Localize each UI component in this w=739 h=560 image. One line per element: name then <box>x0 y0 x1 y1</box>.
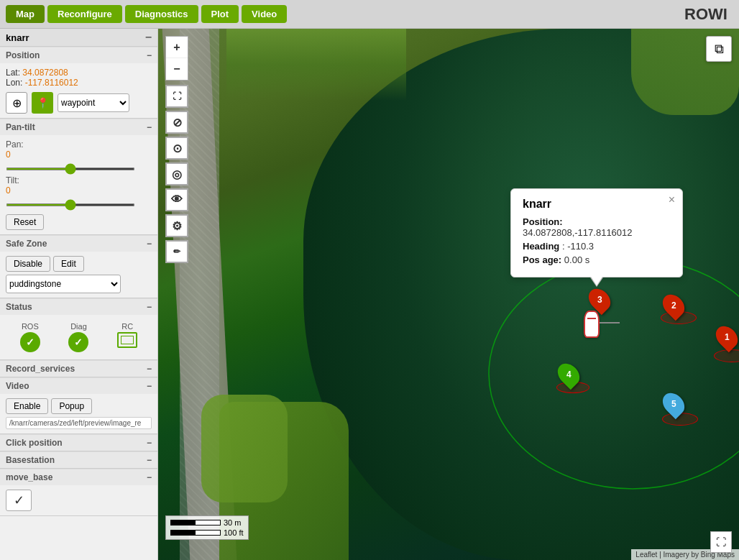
map-vegetation-top <box>226 29 406 101</box>
ros-check-icon: ✓ <box>20 332 40 352</box>
record-services-label: Record_services <box>6 364 75 374</box>
tab-reconfigure[interactable]: Reconfigure <box>47 5 122 23</box>
diag-label: Diag <box>70 322 87 331</box>
move-base-label: move_base <box>6 472 52 482</box>
lat-row: Lat: 34.0872808 <box>6 68 152 78</box>
safe-zone-header: Safe Zone − <box>0 235 157 252</box>
robot-collapse-btn[interactable]: − <box>145 32 152 43</box>
move-base-section: move_base − ✓ <box>0 469 157 516</box>
fullscreen-icon: ⛶ <box>716 536 726 548</box>
pin-button[interactable]: 📍 <box>32 92 53 114</box>
fit-bounds-btn[interactable]: ⛶ <box>166 86 188 107</box>
nav-control-container: ⊘ <box>165 111 188 134</box>
map-edit-btn[interactable]: ✏ <box>166 241 188 262</box>
basestation-collapse-btn[interactable]: − <box>147 455 152 465</box>
safe-zone-section: Safe Zone − Disable Edit puddingstone <box>0 235 157 298</box>
target-btn-container: ◎ <box>165 162 188 185</box>
move-base-collapse-btn[interactable]: − <box>147 472 152 482</box>
popup-heading-label: Heading <box>523 241 559 252</box>
safe-zone-collapse-btn[interactable]: − <box>147 239 152 249</box>
scale-graphic-ft <box>170 530 221 536</box>
rc-label: RC <box>121 322 133 331</box>
crosshair-button[interactable]: ⊕ <box>6 92 27 114</box>
pan-tilt-collapse-btn[interactable]: − <box>147 122 152 132</box>
popup-position-label: Position: <box>523 216 563 227</box>
pan-tilt-header: Pan-tilt − <box>0 119 157 135</box>
status-section: Status − ROS ✓ Diag ✓ RC <box>0 298 157 360</box>
ros-status: ROS ✓ <box>20 322 40 352</box>
nav-control-btn[interactable]: ⊘ <box>166 111 188 133</box>
position-controls: ⊕ 📍 waypoint goal home <box>6 92 152 114</box>
tab-diagnostics[interactable]: Diagnostics <box>125 5 198 23</box>
layers-btn[interactable]: ⧉ <box>706 36 732 62</box>
popup-tail <box>591 277 602 285</box>
popup-posage-label: Pos age: <box>523 254 561 265</box>
scale-meters-label: 30 m <box>224 518 241 527</box>
ros-label: ROS <box>22 322 39 331</box>
location-btn[interactable]: ⊙ <box>166 137 188 159</box>
video-path: /knarr/cameras/zed/left/preview/image_re <box>6 417 152 429</box>
pan-tilt-section: Pan-tilt − Pan: 0 Tilt: 0 Reset <box>0 119 157 235</box>
click-position-collapse-btn[interactable]: − <box>147 438 152 448</box>
edit-btn[interactable]: Edit <box>53 256 84 272</box>
tab-plot[interactable]: Plot <box>201 5 239 23</box>
tab-video[interactable]: Video <box>242 5 287 23</box>
move-base-confirm-btn[interactable]: ✓ <box>6 490 32 511</box>
zoom-out-btn[interactable]: − <box>166 58 188 80</box>
scale-bar: 30 m 100 ft <box>165 515 249 540</box>
scale-line-meters: 30 m <box>170 518 244 527</box>
fit-bounds-btn-container: ⛶ <box>165 85 188 108</box>
settings-btn[interactable]: ⚙ <box>166 215 188 237</box>
popup-heading-row: Heading : -110.3 <box>523 241 671 252</box>
status-collapse-btn[interactable]: − <box>147 302 152 312</box>
lon-row: Lon: -117.8116012 <box>6 78 152 88</box>
reset-button[interactable]: Reset <box>6 214 44 230</box>
status-label: Status <box>6 302 32 312</box>
video-enable-btn[interactable]: Enable <box>6 398 48 414</box>
disable-btn[interactable]: Disable <box>6 256 50 272</box>
rc-monitor-screen <box>121 336 134 344</box>
fullscreen-btn[interactable]: ⛶ <box>710 531 732 553</box>
lon-label: Lon: <box>6 78 22 88</box>
video-buttons: Enable Popup <box>6 398 152 414</box>
record-services-section: Record_services − <box>0 360 157 377</box>
marker-5[interactable]: 5 <box>664 392 683 416</box>
marker-4[interactable]: 4 <box>559 362 578 387</box>
zone-select[interactable]: puddingstone <box>6 275 121 293</box>
diag-check-icon: ✓ <box>68 332 88 352</box>
popup-title: knarr <box>523 198 671 211</box>
marker-3[interactable]: 3 <box>590 288 609 312</box>
marker-1[interactable]: 1 <box>717 325 736 349</box>
popup-close-btn[interactable]: × <box>669 193 675 206</box>
record-services-collapse-btn[interactable]: − <box>147 364 152 374</box>
pan-slider[interactable] <box>6 167 135 170</box>
pan-tilt-content: Pan: 0 Tilt: 0 Reset <box>0 135 157 234</box>
pan-tilt-label: Pan-tilt <box>6 122 35 132</box>
sidebar: knarr − Position − Lat: 34.0872808 Lon: … <box>0 29 158 560</box>
app-title: ROWI <box>684 5 733 24</box>
eye-btn[interactable]: 👁 <box>166 189 188 211</box>
status-header: Status − <box>0 298 157 315</box>
scale-graphic-m <box>170 520 221 525</box>
tab-map[interactable]: Map <box>6 5 45 23</box>
zoom-in-btn[interactable]: + <box>166 37 188 58</box>
pan-label: Pan: <box>6 139 152 150</box>
eye-btn-container: 👁 <box>165 188 188 211</box>
popup-heading-value: : -110.3 <box>562 241 594 252</box>
map-area[interactable]: 1 2 3 4 5 <box>158 29 739 560</box>
target-btn[interactable]: ◎ <box>166 163 188 185</box>
robot-name-header: knarr − <box>0 29 157 47</box>
status-content: ROS ✓ Diag ✓ RC <box>0 315 157 359</box>
tilt-slider[interactable] <box>6 203 135 206</box>
position-collapse-btn[interactable]: − <box>147 50 152 60</box>
marker-2[interactable]: 2 <box>664 293 683 318</box>
position-header: Position − <box>0 47 157 63</box>
tilt-value: 0 <box>6 185 152 196</box>
scale-feet-label: 100 ft <box>224 528 244 537</box>
basestation-label: Basestation <box>6 455 55 465</box>
waypoint-select[interactable]: waypoint goal home <box>58 93 129 112</box>
video-popup-btn[interactable]: Popup <box>51 398 92 414</box>
video-collapse-btn[interactable]: − <box>147 381 152 391</box>
popup-container: × knarr Position: 34.0872808,-117.811601… <box>510 188 683 277</box>
video-label: Video <box>6 381 29 391</box>
